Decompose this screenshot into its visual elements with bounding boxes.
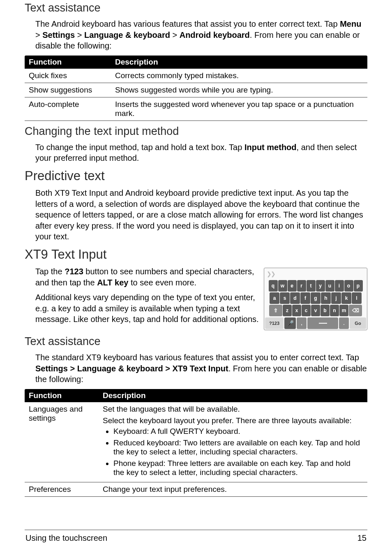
cell-func: Quick fixes [25, 69, 111, 83]
key-x: x [292, 305, 301, 316]
th-function: Function [25, 56, 111, 69]
table-row: Quick fixes Corrects commonly typed mist… [25, 69, 367, 83]
page-footer: Using the touchscreen 15 [25, 530, 367, 543]
symbols-key: ?123 [265, 317, 284, 329]
table-row: Preferences Change your text input prefe… [25, 482, 367, 496]
bold-path-xt9: Settings > Language & keyboard > XT9 Tex… [35, 364, 228, 373]
table-row: Show suggestions Shows suggested words w… [25, 83, 367, 97]
list-item: Keyboard: A full QWERTY keyboard. [113, 427, 363, 436]
key-w: w [278, 280, 287, 292]
text: Select the keyboard layout you prefer. T… [103, 416, 363, 425]
cell-desc: Set the languages that will be available… [99, 402, 367, 482]
key-y: y [316, 280, 325, 292]
para-text-assist-2: The standard XT9 keyboard has various fe… [25, 352, 367, 385]
microphone-icon: 🎤 [287, 320, 294, 327]
text: The Android keyboard has various feature… [35, 19, 340, 28]
para-predictive: Both XT9 Text Input and Android keyboard… [25, 188, 367, 242]
table-row: Auto-complete Inserts the suggested word… [25, 97, 367, 120]
key-c: c [302, 305, 311, 316]
text: The standard XT9 keyboard has various fe… [35, 353, 359, 362]
footer-page-number: 15 [357, 533, 367, 543]
th-description: Description [111, 56, 367, 69]
list-item: Reduced keyboard: Two letters are availa… [113, 438, 363, 456]
menu-path-settings: Settings [42, 30, 75, 39]
para-changing: To change the input method, tap and hold… [25, 142, 367, 164]
table-row: Languages and settings Set the languages… [25, 402, 367, 482]
cell-desc: Corrects commonly typed mistakes. [111, 69, 367, 83]
menu-path-lang: Language & keyboard [84, 30, 170, 39]
cell-func: Preferences [25, 482, 99, 496]
comma-key: , [297, 317, 307, 329]
key-m: m [339, 305, 348, 316]
key-q: q [269, 280, 278, 292]
footer-title: Using the touchscreen [25, 533, 107, 543]
heading-text-assistance-2: Text assistance [25, 335, 367, 348]
key-k: k [341, 292, 351, 304]
key-z: z [283, 305, 292, 316]
space-key [307, 317, 338, 329]
table-xt9: Function Description Languages and setti… [25, 389, 367, 497]
menu-path-menu: Menu [340, 19, 361, 28]
key-h: h [321, 292, 331, 304]
key-g: g [311, 292, 321, 304]
key-p: p [354, 280, 363, 292]
th-function: Function [25, 389, 99, 402]
mic-key-icon: 🎤 [284, 317, 296, 329]
table-android-keyboard: Function Description Quick fixes Correct… [25, 56, 367, 121]
heading-changing-input: Changing the text input method [25, 125, 367, 138]
text: To change the input method, tap and hold… [35, 143, 244, 152]
text: Set the languages that will be available… [103, 405, 363, 414]
key-d: d [290, 292, 300, 304]
heading-xt9: XT9 Text Input [25, 247, 367, 262]
key-u: u [325, 280, 334, 292]
heading-predictive-text: Predictive text [25, 169, 367, 183]
shift-key-icon: ⇧ [269, 305, 282, 316]
key-j: j [331, 292, 341, 304]
bold-123: ?123 [65, 267, 83, 276]
key-s: s [280, 292, 290, 304]
keyboard-illustration: ❯❯ q w e r t y u i o p a s d f [264, 268, 367, 330]
key-b: b [321, 305, 330, 316]
cell-func: Auto-complete [25, 97, 111, 120]
chevron-right-icon: ❯❯ [267, 271, 275, 277]
go-key: Go [350, 317, 366, 329]
cell-desc: Shows suggested words while you are typi… [111, 83, 367, 97]
key-r: r [297, 280, 306, 292]
bold-input-method: Input method [244, 143, 297, 152]
cell-desc: Change your text input preferences. [99, 482, 367, 496]
cell-func: Languages and settings [25, 402, 99, 482]
menu-path-android: Android keyboard [180, 30, 250, 39]
bullet-list: Keyboard: A full QWERTY keyboard. Reduce… [103, 427, 363, 477]
key-l: l [352, 292, 362, 304]
key-i: i [335, 280, 344, 292]
heading-text-assistance-1: Text assistance [25, 2, 367, 14]
text: to see even more. [128, 278, 196, 287]
cell-func: Show suggestions [25, 83, 111, 97]
key-e: e [288, 280, 297, 292]
key-f: f [300, 292, 310, 304]
text: Tap the [35, 267, 65, 276]
para-text-assist-1: The Android keyboard has various feature… [25, 19, 367, 51]
period-key: . [339, 317, 349, 329]
list-item: Phone keypad: Three letters are availabl… [113, 459, 363, 477]
cell-desc: Inserts the suggested word whenever you … [111, 97, 367, 120]
key-a: a [270, 292, 279, 304]
backspace-key-icon: ⌫ [349, 305, 362, 316]
key-o: o [344, 280, 353, 292]
bold-alt: ALT key [97, 278, 128, 287]
th-description: Description [99, 389, 367, 402]
key-n: n [330, 305, 339, 316]
key-v: v [311, 305, 320, 316]
keyboard-drawer: ❯❯ [264, 268, 367, 280]
key-t: t [307, 280, 316, 292]
